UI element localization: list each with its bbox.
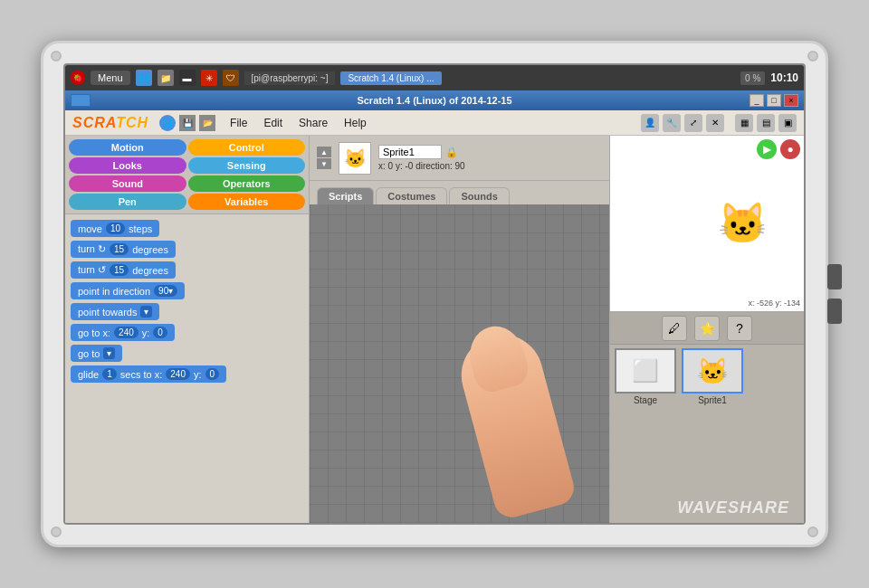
sprite-thumbnail: 🐱 [339, 142, 371, 175]
menu-button[interactable]: Menu [91, 71, 130, 85]
green-flag-button[interactable]: ▶ [757, 139, 777, 159]
tab-scripts[interactable]: Scripts [317, 187, 374, 204]
terminal-icon[interactable]: ▬ [179, 70, 196, 86]
block-point-val[interactable]: 90▾ [154, 285, 177, 297]
menu-help[interactable]: Help [337, 115, 374, 131]
tab-costumes[interactable]: Costumes [376, 187, 447, 204]
sprite-name-input[interactable] [378, 145, 442, 159]
category-looks[interactable]: Looks [69, 157, 186, 174]
sprite-item-stage[interactable]: ⬜ Stage [614, 348, 677, 405]
scratch-menubar: SCRATCH 🌐 💾 📂 File Edit Share Help 👤 🔧 ⤢… [65, 110, 804, 136]
block-goto-x-val[interactable]: 240 [114, 327, 138, 338]
menu-edit[interactable]: Edit [256, 115, 290, 131]
tab-sounds[interactable]: Sounds [449, 187, 509, 204]
screw-tl [51, 51, 62, 62]
stage-controls: ▶ ● [757, 139, 800, 159]
scratch-window-button[interactable]: Scratch 1.4 (Linux) ... [340, 71, 441, 85]
block-glide-secs-val[interactable]: 1 [102, 368, 117, 380]
category-sensing[interactable]: Sensing [188, 157, 306, 174]
terminal-window-label[interactable]: [pi@raspberrypi: ~] [244, 71, 336, 85]
mathematica-icon[interactable]: ✳ [201, 70, 217, 86]
window-controls: _ □ × [750, 94, 798, 107]
sprite1-label: Sprite1 [698, 395, 727, 405]
raspberry-icon: 🍓 [71, 71, 85, 85]
scratch-logo: SCRATCH [72, 115, 148, 131]
stage-toolbar: 🖊 ⭐ ? [610, 312, 804, 345]
block-goto[interactable]: go to ▾ [71, 345, 122, 362]
globe-icon[interactable]: 🌐 [136, 70, 152, 86]
language-icon[interactable]: 🌐 [159, 115, 176, 131]
block-move[interactable]: move 10 steps [71, 220, 159, 237]
category-pen[interactable]: Pen [69, 194, 186, 210]
sprite1-thumb: 🐱 [682, 348, 743, 394]
fullscreen-icon[interactable]: ⤢ [684, 114, 702, 132]
block-move-suffix: steps [129, 223, 152, 234]
block-turn-right-val[interactable]: 15 [110, 243, 129, 255]
block-goto-y-val[interactable]: 0 [153, 327, 167, 338]
block-turn-right[interactable]: turn ↻ 15 degrees [71, 241, 176, 258]
help-tool-button[interactable]: ? [727, 316, 752, 341]
sprite-item-sprite1[interactable]: 🐱 Sprite1 [681, 348, 744, 405]
screen: 🍓 Menu 🌐 📁 ▬ ✳ 🛡 [pi@raspberrypi: ~] Scr… [63, 63, 806, 525]
block-goto2-dropdown[interactable]: ▾ [103, 347, 115, 359]
nav-up[interactable]: ▲ [317, 147, 331, 157]
category-control[interactable]: Control [188, 139, 306, 156]
nav-arrows: ▲ ▼ [317, 147, 331, 169]
block-turn-left[interactable]: turn ↺ 15 degrees [71, 261, 176, 279]
clock: 10:10 [770, 71, 798, 84]
view-icon2[interactable]: ▤ [757, 114, 775, 132]
block-turn-left-val[interactable]: 15 [110, 264, 129, 276]
screw-br [807, 526, 818, 537]
sprite-name-box: 🔒 [378, 145, 465, 159]
block-point-towards[interactable]: point towards ▾ [71, 303, 159, 320]
block-goto-xy[interactable]: go to x: 240 y: 0 [71, 324, 175, 341]
view-icon3[interactable]: ▣ [778, 114, 797, 132]
view-icon1[interactable]: ▦ [735, 114, 753, 132]
star-tool-button[interactable]: ⭐ [694, 316, 720, 341]
blocks-panel: Motion Control Looks Sensing Sound Opera… [65, 136, 310, 523]
file-manager-icon[interactable]: 📁 [158, 70, 174, 86]
scratch-window: Scratch 1.4 (Linux) of 2014-12-15 _ □ × … [65, 90, 804, 523]
nav-down[interactable]: ▼ [317, 158, 331, 169]
block-goto2-label: go to [78, 348, 100, 359]
block-list: move 10 steps turn ↻ 15 degrees turn ↺ [65, 214, 309, 523]
block-glide[interactable]: glide 1 secs to x: 240 y: 0 [71, 365, 226, 383]
minimize-button[interactable]: _ [750, 94, 764, 107]
block-goto-label: go to x: [78, 327, 110, 338]
menu-file[interactable]: File [223, 115, 254, 131]
block-point-direction[interactable]: point in direction 90▾ [71, 282, 185, 299]
stage-thumb: ⬜ [615, 348, 676, 394]
menu-share[interactable]: Share [291, 115, 335, 131]
screw-tr [807, 51, 818, 62]
block-glide-secs-label: secs to x: [120, 369, 162, 380]
maximize-button[interactable]: □ [767, 94, 781, 107]
sprite-header: ▲ ▼ 🐱 🔒 x: 0 y: -0 direc [310, 136, 609, 181]
account-icon[interactable]: 👤 [641, 114, 659, 132]
category-operators[interactable]: Operators [188, 175, 306, 192]
finger-tip [463, 320, 532, 395]
paint-tool-button[interactable]: 🖊 [662, 316, 687, 341]
block-turn-left-label: turn ↺ [78, 264, 106, 276]
block-move-val[interactable]: 10 [106, 223, 125, 234]
block-point-label: point in direction [78, 286, 150, 297]
block-glide-x-val[interactable]: 240 [166, 368, 190, 380]
block-goto-y-label: y: [142, 327, 150, 338]
category-sound[interactable]: Sound [69, 175, 186, 192]
save-icon[interactable]: 💾 [179, 115, 196, 131]
stop-button[interactable]: ● [780, 139, 800, 159]
block-towards-dropdown[interactable]: ▾ [140, 306, 152, 318]
taskbar: 🍓 Menu 🌐 📁 ▬ ✳ 🛡 [pi@raspberrypi: ~] Scr… [65, 65, 804, 90]
category-variables[interactable]: Variables [188, 194, 306, 210]
folder-icon[interactable]: 📂 [199, 115, 215, 131]
close-button[interactable]: × [784, 94, 798, 107]
block-glide-label: glide [78, 369, 99, 380]
category-motion[interactable]: Motion [69, 139, 186, 156]
stage-label: Stage [634, 395, 657, 405]
extra-icon[interactable]: ✕ [706, 114, 724, 132]
sprite-coords: x: 0 y: -0 direction: 90 [378, 161, 465, 171]
sprite-info: 🔒 x: 0 y: -0 direction: 90 [378, 145, 465, 171]
script-canvas[interactable] [310, 204, 609, 523]
settings-icon[interactable]: 🔧 [663, 114, 681, 132]
block-glide-y-val[interactable]: 0 [205, 368, 220, 380]
shield-icon[interactable]: 🛡 [223, 70, 239, 86]
